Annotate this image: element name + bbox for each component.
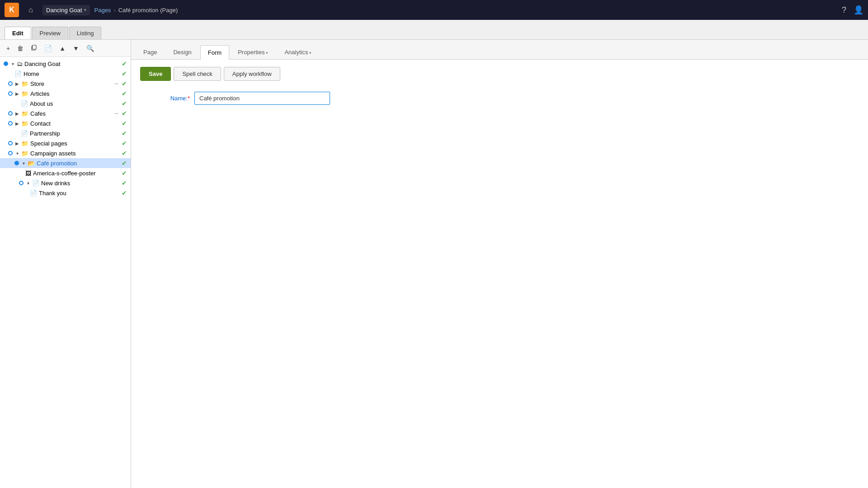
main-layout: + 🗑 📄 ▲ ▼ 🔍 ▾ 🗂 Dancing Goat ✔ 📄 Home [0,40,868,488]
expand-icon-dancing-goat[interactable]: ▾ [9,61,16,67]
tab-page[interactable]: Page [136,45,165,59]
breadcrumb: Pages › Café promotion (Page) [94,7,178,14]
page-tabs: Page Design Form Properties▾ Analytics▾ [131,40,868,60]
home-button[interactable]: ⌂ [24,3,38,17]
action-bar: Save Spell check Apply workflow [140,67,859,81]
folder-icon-campaign-assets: 📁 [21,150,28,157]
circle-icon-store [8,81,13,86]
expand-icon-cafes[interactable]: ▶ [14,110,20,117]
tree-item-store[interactable]: ▶ 📁 Store → ✔ [0,79,131,89]
topbar: K ⌂ Dancing Goat ▾ Pages › Café promotio… [0,0,868,20]
label-cafes: Cafes [30,110,113,117]
label-partnership: Partnership [30,130,120,137]
mode-tabs-bar: Edit Preview Listing [0,20,868,40]
sidebar-tree: ▾ 🗂 Dancing Goat ✔ 📄 Home ✔ ▶ 📁 Store → … [0,57,131,488]
sidebar-toolbar: + 🗑 📄 ▲ ▼ 🔍 [0,40,131,57]
svg-rect-1 [33,45,36,49]
arrow-icon-cafes: → [113,110,119,117]
circle-icon-contact [8,121,13,126]
status-icon-dancing-goat: ✔ [122,60,127,67]
expand-icon-store[interactable]: ▶ [14,80,20,87]
breadcrumb-current: Café promotion (Page) [118,7,178,14]
logo[interactable]: K [5,3,19,17]
tree-item-about-us[interactable]: 📄 About us ✔ [0,99,131,108]
tab-listing[interactable]: Listing [69,27,102,39]
status-icon-contact: ✔ [122,120,127,127]
status-icon-store: ✔ [122,80,127,87]
tree-item-home[interactable]: 📄 Home ✔ [0,69,131,79]
expand-icon-articles[interactable]: ▶ [14,90,20,97]
tree-item-cafe-promotion[interactable]: ▾ 📂 Café promotion ✔ [0,158,131,168]
form-row-name: Name:* [140,92,859,105]
circle-icon-special-pages [8,141,13,145]
circle-icon-campaign-assets [8,151,13,155]
save-button[interactable]: Save [140,67,171,81]
tab-properties[interactable]: Properties▾ [230,45,276,59]
tree-item-dancing-goat[interactable]: ▾ 🗂 Dancing Goat ✔ [0,59,131,69]
label-store: Store [30,80,113,87]
status-icon-articles: ✔ [122,90,127,97]
status-icon-partnership: ✔ [122,130,127,137]
status-icon-special-pages: ✔ [122,140,127,147]
status-icon-about-us: ✔ [122,100,127,107]
tree-item-contact[interactable]: ▶ 📁 Contact ✔ [0,118,131,128]
name-input[interactable] [194,92,330,105]
tree-item-thank-you[interactable]: 📄 Thank you ✔ [0,188,131,198]
tree-item-cafes[interactable]: ▶ 📁 Cafes → ✔ [0,108,131,118]
status-icon-home: ✔ [122,70,127,77]
tree-item-america-coffee[interactable]: 🖼 America-s-coffee-poster ✔ [0,168,131,178]
add-button[interactable]: + [4,43,13,54]
page-icon-thank-you: 📄 [30,190,37,197]
breadcrumb-pages[interactable]: Pages [94,7,111,14]
apply-workflow-button[interactable]: Apply workflow [224,67,280,81]
breadcrumb-separator: › [113,7,115,14]
folder-icon-contact: 📁 [21,120,28,127]
search-button[interactable]: 🔍 [84,43,97,54]
user-icon[interactable]: 👤 [854,5,863,15]
tree-item-special-pages[interactable]: ▶ 📁 Special pages ✔ [0,138,131,148]
label-articles: Articles [30,90,120,97]
delete-button[interactable]: 🗑 [14,43,26,54]
spell-check-button[interactable]: Spell check [174,67,221,81]
tree-item-articles[interactable]: ▶ 📁 Articles ✔ [0,89,131,99]
folder-icon-special-pages: 📁 [21,140,28,147]
tab-edit[interactable]: Edit [5,27,31,39]
tree-item-partnership[interactable]: 📄 Partnership ✔ [0,128,131,138]
content-area: Save Spell check Apply workflow Name:* [131,60,868,488]
analytics-arrow-icon: ▾ [309,51,311,55]
site-selector[interactable]: Dancing Goat ▾ [42,5,90,15]
page-icon-home: 📄 [14,70,22,77]
move-up-button[interactable]: ▲ [57,43,68,54]
site-arrow-icon: ▾ [84,8,86,12]
status-icon-new-drinks: ✔ [122,179,127,187]
name-label: Name:* [140,95,194,102]
paste-button[interactable]: 📄 [42,43,55,54]
label-contact: Contact [30,120,120,127]
tab-design[interactable]: Design [165,45,199,59]
page-icon-partnership: 📄 [21,130,28,137]
expand-icon-special-pages[interactable]: ▶ [14,140,20,146]
tab-preview[interactable]: Preview [32,27,68,39]
tab-analytics[interactable]: Analytics▾ [277,45,319,59]
circle-icon-cafes [8,111,13,116]
site-name: Dancing Goat [46,7,82,14]
tree-item-new-drinks[interactable]: ▾ 📄 New drinks ✔ [0,178,131,188]
page-icon-about-us: 📄 [21,100,28,107]
expand-icon-campaign-assets[interactable]: ▾ [14,150,20,156]
folder-icon-cafes: 📁 [21,110,28,117]
label-about-us: About us [30,100,120,107]
move-down-button[interactable]: ▼ [70,43,82,54]
label-campaign-assets: Campaign assets [30,150,120,157]
label-home: Home [24,70,120,77]
circle-icon-new-drinks [19,181,24,185]
circle-icon-dancing-goat [4,61,8,66]
expand-icon-new-drinks[interactable]: ▾ [25,180,31,186]
expand-icon-contact[interactable]: ▶ [14,120,20,127]
help-icon[interactable]: ? [842,5,846,15]
tab-form[interactable]: Form [200,45,229,60]
tree-item-campaign-assets[interactable]: ▾ 📁 Campaign assets ✔ [0,148,131,158]
label-special-pages: Special pages [30,140,120,147]
expand-icon-cafe-promotion[interactable]: ▾ [20,160,27,166]
image-icon-america-coffee: 🖼 [25,170,31,177]
copy-button[interactable] [28,42,40,54]
